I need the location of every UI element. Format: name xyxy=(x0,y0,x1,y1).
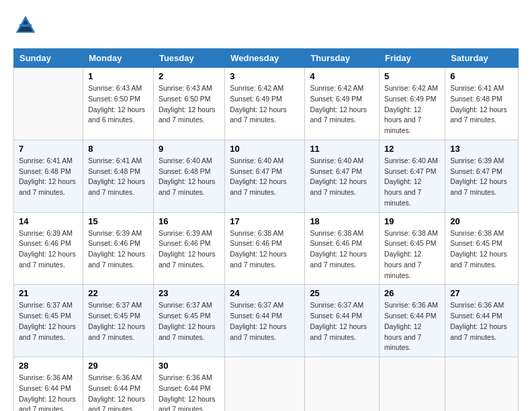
day-info: Sunrise: 6:37 AMSunset: 6:45 PMDaylight:… xyxy=(159,300,220,342)
day-cell: 19Sunrise: 6:38 AMSunset: 6:45 PMDayligh… xyxy=(379,212,445,285)
day-number: 13 xyxy=(450,144,513,154)
day-cell: 20Sunrise: 6:38 AMSunset: 6:45 PMDayligh… xyxy=(445,212,519,285)
day-cell: 2Sunrise: 6:43 AMSunset: 6:50 PMDaylight… xyxy=(153,68,224,140)
day-cell: 6Sunrise: 6:41 AMSunset: 6:48 PMDaylight… xyxy=(445,68,519,140)
col-header-friday: Friday xyxy=(379,49,445,68)
day-cell: 9Sunrise: 6:40 AMSunset: 6:48 PMDaylight… xyxy=(153,140,224,212)
week-row-2: 7Sunrise: 6:41 AMSunset: 6:48 PMDaylight… xyxy=(14,140,519,212)
day-number: 5 xyxy=(384,71,440,81)
day-info: Sunrise: 6:40 AMSunset: 6:47 PMDaylight:… xyxy=(310,156,374,198)
day-cell xyxy=(379,357,445,412)
day-number: 18 xyxy=(310,216,374,226)
day-info: Sunrise: 6:43 AMSunset: 6:50 PMDaylight:… xyxy=(159,83,220,126)
day-cell: 30Sunrise: 6:36 AMSunset: 6:44 PMDayligh… xyxy=(153,357,224,412)
day-cell: 27Sunrise: 6:36 AMSunset: 6:44 PMDayligh… xyxy=(445,285,519,357)
day-number: 3 xyxy=(230,71,300,81)
day-cell: 29Sunrise: 6:36 AMSunset: 6:44 PMDayligh… xyxy=(83,357,154,412)
day-info: Sunrise: 6:36 AMSunset: 6:44 PMDaylight:… xyxy=(88,373,148,411)
day-number: 29 xyxy=(88,361,148,371)
day-number: 21 xyxy=(19,288,78,298)
day-number: 2 xyxy=(159,71,220,81)
col-header-monday: Monday xyxy=(83,49,154,68)
day-info: Sunrise: 6:40 AMSunset: 6:47 PMDaylight:… xyxy=(384,156,440,209)
day-number: 24 xyxy=(230,288,300,298)
day-cell xyxy=(305,357,380,412)
week-row-5: 28Sunrise: 6:36 AMSunset: 6:44 PMDayligh… xyxy=(14,357,519,412)
day-cell: 10Sunrise: 6:40 AMSunset: 6:47 PMDayligh… xyxy=(225,140,305,212)
day-cell: 18Sunrise: 6:38 AMSunset: 6:46 PMDayligh… xyxy=(305,212,380,285)
day-number: 4 xyxy=(310,71,374,81)
day-info: Sunrise: 6:37 AMSunset: 6:45 PMDaylight:… xyxy=(88,300,148,342)
day-info: Sunrise: 6:42 AMSunset: 6:49 PMDaylight:… xyxy=(230,83,300,126)
day-number: 1 xyxy=(88,71,148,81)
day-cell: 24Sunrise: 6:37 AMSunset: 6:44 PMDayligh… xyxy=(225,285,305,357)
day-info: Sunrise: 6:39 AMSunset: 6:47 PMDaylight:… xyxy=(450,156,513,198)
day-cell xyxy=(14,68,83,140)
day-number: 11 xyxy=(310,144,374,154)
day-number: 27 xyxy=(450,288,513,298)
day-cell: 3Sunrise: 6:42 AMSunset: 6:49 PMDaylight… xyxy=(225,68,305,140)
day-cell: 1Sunrise: 6:43 AMSunset: 6:50 PMDaylight… xyxy=(83,68,154,140)
day-info: Sunrise: 6:42 AMSunset: 6:49 PMDaylight:… xyxy=(310,83,374,126)
day-number: 22 xyxy=(88,288,148,298)
col-header-saturday: Saturday xyxy=(445,49,519,68)
col-header-sunday: Sunday xyxy=(14,49,83,68)
day-info: Sunrise: 6:36 AMSunset: 6:44 PMDaylight:… xyxy=(384,300,440,353)
day-number: 6 xyxy=(450,71,513,81)
page-header xyxy=(13,13,519,38)
day-cell: 28Sunrise: 6:36 AMSunset: 6:44 PMDayligh… xyxy=(14,357,83,412)
day-number: 14 xyxy=(19,216,78,226)
day-cell xyxy=(225,357,305,412)
logo-icon xyxy=(13,13,38,38)
day-number: 9 xyxy=(159,144,220,154)
header-row: SundayMondayTuesdayWednesdayThursdayFrid… xyxy=(14,49,519,68)
day-number: 25 xyxy=(310,288,374,298)
day-cell: 22Sunrise: 6:37 AMSunset: 6:45 PMDayligh… xyxy=(83,285,154,357)
week-row-3: 14Sunrise: 6:39 AMSunset: 6:46 PMDayligh… xyxy=(14,212,519,285)
day-info: Sunrise: 6:36 AMSunset: 6:44 PMDaylight:… xyxy=(19,373,78,411)
day-cell: 15Sunrise: 6:39 AMSunset: 6:46 PMDayligh… xyxy=(83,212,154,285)
calendar-table: SundayMondayTuesdayWednesdayThursdayFrid… xyxy=(13,48,519,411)
day-cell: 13Sunrise: 6:39 AMSunset: 6:47 PMDayligh… xyxy=(445,140,519,212)
day-cell: 21Sunrise: 6:37 AMSunset: 6:45 PMDayligh… xyxy=(14,285,83,357)
day-cell: 11Sunrise: 6:40 AMSunset: 6:47 PMDayligh… xyxy=(305,140,380,212)
day-info: Sunrise: 6:38 AMSunset: 6:46 PMDaylight:… xyxy=(310,228,374,271)
col-header-wednesday: Wednesday xyxy=(225,49,305,68)
day-info: Sunrise: 6:38 AMSunset: 6:46 PMDaylight:… xyxy=(230,228,300,271)
day-cell: 17Sunrise: 6:38 AMSunset: 6:46 PMDayligh… xyxy=(225,212,305,285)
week-row-1: 1Sunrise: 6:43 AMSunset: 6:50 PMDaylight… xyxy=(14,68,519,140)
logo xyxy=(13,13,40,38)
day-info: Sunrise: 6:39 AMSunset: 6:46 PMDaylight:… xyxy=(19,228,78,271)
day-info: Sunrise: 6:41 AMSunset: 6:48 PMDaylight:… xyxy=(19,156,78,198)
day-number: 30 xyxy=(159,361,220,371)
day-number: 23 xyxy=(159,288,220,298)
day-info: Sunrise: 6:36 AMSunset: 6:44 PMDaylight:… xyxy=(159,373,220,411)
day-number: 15 xyxy=(88,216,148,226)
day-info: Sunrise: 6:40 AMSunset: 6:48 PMDaylight:… xyxy=(159,156,220,198)
day-number: 19 xyxy=(384,216,440,226)
day-info: Sunrise: 6:36 AMSunset: 6:44 PMDaylight:… xyxy=(450,300,513,342)
day-number: 7 xyxy=(19,144,78,154)
day-info: Sunrise: 6:40 AMSunset: 6:47 PMDaylight:… xyxy=(230,156,300,198)
day-cell: 12Sunrise: 6:40 AMSunset: 6:47 PMDayligh… xyxy=(379,140,445,212)
day-number: 16 xyxy=(159,216,220,226)
day-info: Sunrise: 6:41 AMSunset: 6:48 PMDaylight:… xyxy=(88,156,148,198)
day-cell: 25Sunrise: 6:37 AMSunset: 6:44 PMDayligh… xyxy=(305,285,380,357)
day-info: Sunrise: 6:39 AMSunset: 6:46 PMDaylight:… xyxy=(88,228,148,271)
day-cell: 8Sunrise: 6:41 AMSunset: 6:48 PMDaylight… xyxy=(83,140,154,212)
day-cell: 23Sunrise: 6:37 AMSunset: 6:45 PMDayligh… xyxy=(153,285,224,357)
day-number: 10 xyxy=(230,144,300,154)
col-header-thursday: Thursday xyxy=(305,49,380,68)
day-info: Sunrise: 6:37 AMSunset: 6:45 PMDaylight:… xyxy=(19,300,78,342)
day-number: 8 xyxy=(88,144,148,154)
day-number: 12 xyxy=(384,144,440,154)
day-cell: 16Sunrise: 6:39 AMSunset: 6:46 PMDayligh… xyxy=(153,212,224,285)
day-info: Sunrise: 6:42 AMSunset: 6:49 PMDaylight:… xyxy=(384,83,440,136)
day-cell: 7Sunrise: 6:41 AMSunset: 6:48 PMDaylight… xyxy=(14,140,83,212)
day-info: Sunrise: 6:38 AMSunset: 6:45 PMDaylight:… xyxy=(384,228,440,281)
week-row-4: 21Sunrise: 6:37 AMSunset: 6:45 PMDayligh… xyxy=(14,285,519,357)
day-cell: 14Sunrise: 6:39 AMSunset: 6:46 PMDayligh… xyxy=(14,212,83,285)
day-info: Sunrise: 6:41 AMSunset: 6:48 PMDaylight:… xyxy=(450,83,513,126)
day-number: 26 xyxy=(384,288,440,298)
col-header-tuesday: Tuesday xyxy=(153,49,224,68)
